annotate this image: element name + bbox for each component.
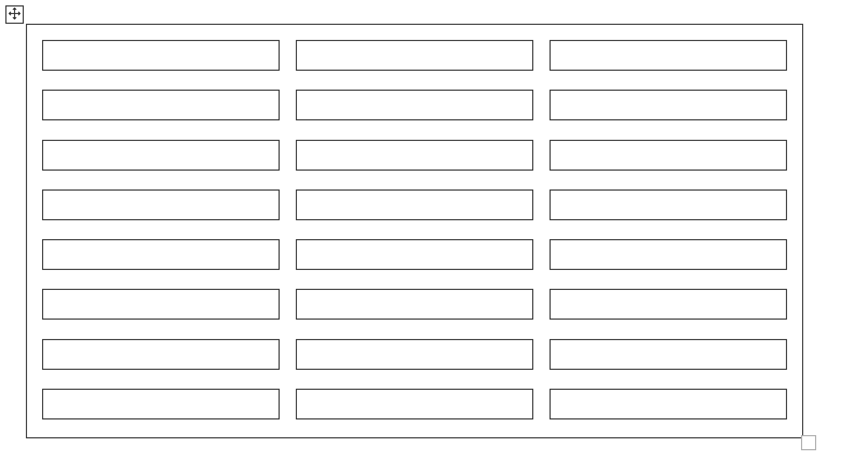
table-cell[interactable] bbox=[42, 140, 280, 171]
table-cell[interactable] bbox=[550, 40, 787, 71]
table-cell[interactable] bbox=[42, 40, 280, 71]
table-cell[interactable] bbox=[42, 239, 280, 270]
table-cell[interactable] bbox=[550, 189, 787, 220]
table-cell[interactable] bbox=[296, 189, 533, 220]
table-cell[interactable] bbox=[550, 389, 787, 419]
table-cell[interactable] bbox=[296, 40, 533, 71]
table-cell[interactable] bbox=[550, 90, 787, 120]
table-cell[interactable] bbox=[42, 90, 280, 120]
table-cell[interactable] bbox=[42, 389, 280, 419]
table-container[interactable] bbox=[26, 24, 803, 438]
table-cell[interactable] bbox=[42, 339, 280, 370]
table-cell[interactable] bbox=[42, 289, 280, 320]
table-cell[interactable] bbox=[296, 140, 533, 171]
move-handle[interactable] bbox=[5, 5, 24, 24]
table-cell[interactable] bbox=[296, 90, 533, 120]
table-grid bbox=[27, 25, 802, 437]
table-cell[interactable] bbox=[550, 140, 787, 171]
table-cell[interactable] bbox=[550, 239, 787, 270]
move-icon bbox=[8, 7, 21, 22]
table-cell[interactable] bbox=[550, 289, 787, 320]
table-cell[interactable] bbox=[296, 239, 533, 270]
table-cell[interactable] bbox=[550, 339, 787, 370]
table-cell[interactable] bbox=[296, 289, 533, 320]
resize-handle[interactable] bbox=[801, 435, 816, 450]
table-cell[interactable] bbox=[296, 389, 533, 419]
table-cell[interactable] bbox=[296, 339, 533, 370]
table-cell[interactable] bbox=[42, 189, 280, 220]
